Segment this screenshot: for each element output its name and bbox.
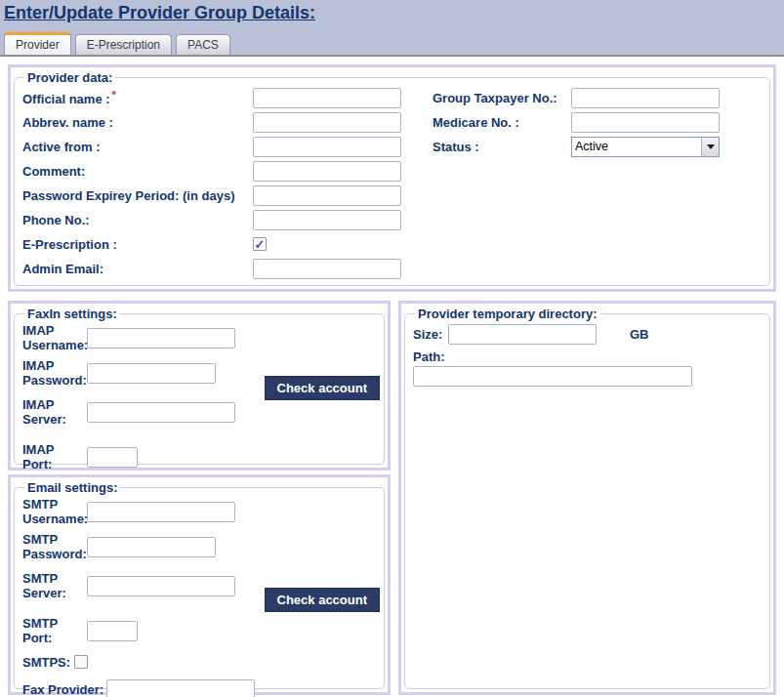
page-header: Enter/Update Provider Group Details: Pro…	[0, 0, 784, 57]
tab-provider[interactable]: Provider	[4, 32, 71, 55]
official-name-row: Official name :*	[22, 87, 425, 108]
smtps-checkbox[interactable]	[74, 655, 88, 669]
temp-directory-legend: Provider temporary directory:	[415, 307, 600, 321]
provider-data-fieldset: Provider data: Official name :* Abbrev. …	[14, 70, 770, 286]
smtp-password-row: SMTP Password:	[22, 532, 376, 561]
smtps-row: SMTPS:	[22, 651, 376, 673]
size-unit-label: GB	[630, 327, 649, 342]
official-name-label: Official name :*	[22, 88, 253, 106]
password-expiry-row: Password Expirey Period: (in days)	[22, 184, 425, 206]
email-legend: Email settings:	[24, 480, 120, 495]
comment-label: Comment:	[22, 164, 253, 179]
eprescription-row: E-Prescription :	[22, 233, 425, 255]
admin-email-input[interactable]	[253, 259, 401, 279]
provider-data-legend: Provider data:	[24, 70, 115, 85]
active-from-label: Active from :	[22, 140, 253, 154]
smtp-port-label: SMTP Port:	[22, 616, 87, 645]
path-label-row: Path:	[413, 348, 762, 364]
imap-server-input[interactable]	[87, 402, 235, 423]
group-taxpayer-label: Group Taxpayer No.:	[433, 91, 571, 105]
phone-input[interactable]	[253, 210, 401, 230]
smtp-port-row: SMTP Port:	[22, 616, 376, 645]
status-label: Status :	[433, 140, 571, 154]
admin-email-label: Admin Email:	[22, 262, 253, 276]
smtp-username-input[interactable]	[87, 502, 235, 522]
smtps-label: SMTPS:	[22, 655, 70, 670]
medicare-input[interactable]	[571, 112, 720, 133]
chevron-down-icon	[707, 144, 715, 149]
imap-port-row: IMAP Port:	[22, 442, 376, 472]
smtp-username-row: SMTP Username:	[22, 497, 376, 526]
imap-port-label: IMAP Port:	[22, 442, 87, 472]
email-check-account-button[interactable]: Check account	[265, 588, 380, 612]
fax-provider-label: Fax Provider:	[22, 682, 106, 697]
status-dropdown-button[interactable]	[701, 138, 719, 156]
faxin-check-account-button[interactable]: Check account	[265, 376, 380, 400]
imap-username-row: IMAP Username:	[22, 323, 376, 352]
tab-provider-label: Provider	[16, 38, 60, 52]
abbrev-name-label: Abbrev. name :	[22, 115, 253, 130]
eprescription-label: E-Prescription :	[22, 237, 253, 252]
imap-port-input[interactable]	[87, 447, 138, 468]
group-taxpayer-input[interactable]	[571, 88, 720, 108]
smtp-server-input[interactable]	[87, 576, 235, 596]
fax-provider-input[interactable]	[106, 679, 255, 697]
fax-provider-row: Fax Provider:	[22, 678, 376, 697]
tab-eprescription[interactable]: E-Prescription	[75, 34, 172, 55]
faxin-legend: FaxIn settings:	[24, 307, 120, 321]
eprescription-checkbox[interactable]	[253, 237, 267, 251]
imap-password-input[interactable]	[87, 363, 216, 384]
required-asterisk: *	[112, 89, 116, 101]
password-expiry-label: Password Expirey Period: (in days)	[22, 188, 253, 203]
smtp-port-input[interactable]	[87, 621, 138, 641]
smtp-password-input[interactable]	[87, 537, 216, 557]
size-input[interactable]	[448, 324, 597, 345]
email-settings-panel: Email settings: SMTP Username: SMTP Pass…	[8, 474, 391, 695]
admin-email-row: Admin Email:	[22, 258, 425, 279]
phone-label: Phone No.:	[22, 213, 253, 227]
path-label: Path:	[413, 349, 445, 364]
imap-password-label: IMAP Password:	[22, 358, 87, 388]
tab-bar: Provider E-Prescription PACS	[4, 32, 230, 55]
smtp-password-label: SMTP Password:	[22, 532, 87, 561]
abbrev-name-row: Abbrev. name :	[22, 111, 425, 133]
password-expiry-input[interactable]	[253, 185, 401, 206]
smtp-server-label: SMTP Server:	[22, 571, 87, 600]
path-input[interactable]	[413, 366, 692, 387]
medicare-label: Medicare No. :	[433, 115, 571, 130]
temp-directory-panel: Provider temporary directory: Size: GB P…	[398, 301, 776, 695]
size-row: Size: GB	[413, 323, 762, 345]
active-from-input[interactable]	[253, 137, 401, 157]
active-from-row: Active from :	[22, 136, 425, 157]
tab-pacs[interactable]: PACS	[176, 34, 230, 55]
email-fieldset: Email settings: SMTP Username: SMTP Pass…	[14, 480, 385, 689]
temp-directory-fieldset: Provider temporary directory: Size: GB P…	[404, 307, 770, 689]
group-taxpayer-row: Group Taxpayer No.:	[433, 87, 762, 108]
imap-server-label: IMAP Server:	[22, 397, 87, 427]
official-name-input[interactable]	[253, 88, 401, 108]
tab-eprescription-label: E-Prescription	[87, 38, 160, 52]
path-row	[413, 365, 762, 387]
abbrev-name-input[interactable]	[253, 112, 401, 133]
status-row: Status : Active	[433, 136, 762, 157]
comment-input[interactable]	[253, 161, 401, 182]
size-label: Size:	[413, 327, 448, 342]
imap-username-label: IMAP Username:	[22, 323, 87, 352]
phone-row: Phone No.:	[22, 209, 425, 230]
status-select[interactable]: Active	[571, 137, 720, 157]
provider-data-panel: Provider data: Official name :* Abbrev. …	[8, 64, 776, 292]
imap-username-input[interactable]	[87, 328, 235, 348]
imap-server-row: IMAP Server:	[22, 397, 376, 427]
faxin-fieldset: FaxIn settings: IMAP Username: IMAP Pass…	[14, 307, 385, 465]
smtp-username-label: SMTP Username:	[22, 497, 87, 526]
faxin-settings-panel: FaxIn settings: IMAP Username: IMAP Pass…	[8, 301, 391, 471]
status-selected-value: Active	[572, 140, 701, 153]
page-title: Enter/Update Provider Group Details:	[4, 3, 315, 23]
comment-row: Comment:	[22, 160, 425, 182]
medicare-row: Medicare No. :	[433, 111, 762, 133]
tab-pacs-label: PACS	[187, 38, 219, 52]
